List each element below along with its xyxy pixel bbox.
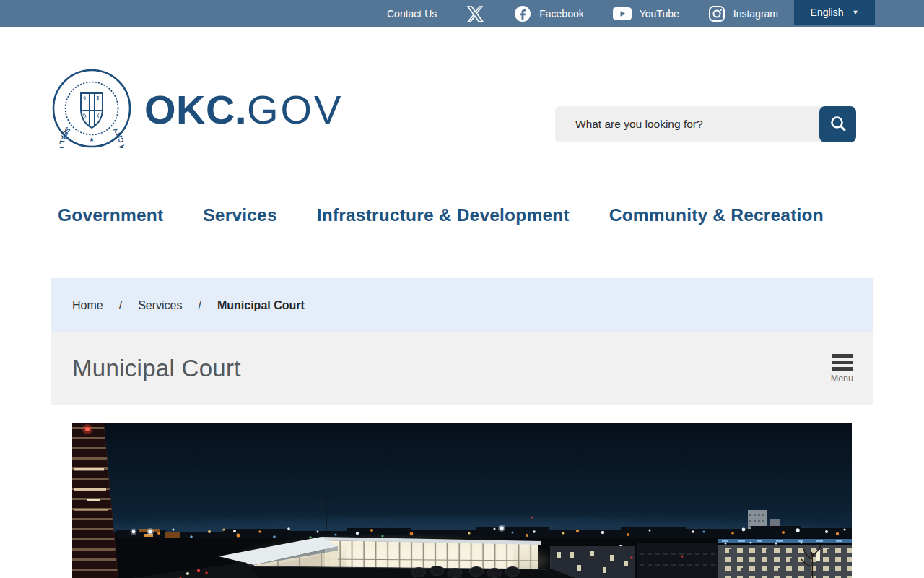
facebook-icon xyxy=(514,5,531,22)
breadcrumb: Home / Services / Municipal Court xyxy=(51,278,873,332)
hero-image xyxy=(72,423,852,578)
youtube-link[interactable]: YouTube xyxy=(613,0,679,27)
instagram-icon xyxy=(708,5,725,22)
chevron-down-icon: ▼ xyxy=(853,9,859,16)
site-wordmark: OKC.GOV xyxy=(144,90,343,130)
breadcrumb-separator: / xyxy=(119,299,122,312)
search-icon xyxy=(829,114,847,135)
menu-label: Menu xyxy=(831,374,853,384)
language-selected-label: English xyxy=(811,7,844,18)
section-menu-button[interactable]: Menu xyxy=(831,354,853,384)
site-logo[interactable]: SEAL OF THE CITY OF OKLAHOMA CITY ★ OKC.… xyxy=(52,69,343,151)
contact-us-link[interactable]: Contact Us xyxy=(387,0,437,27)
language-selector[interactable]: English ▼ xyxy=(794,0,875,25)
instagram-label: Instagram xyxy=(733,8,778,20)
breadcrumb-home[interactable]: Home xyxy=(72,299,103,312)
site-header: SEAL OF THE CITY OF OKLAHOMA CITY ★ OKC.… xyxy=(0,69,924,151)
hamburger-menu-icon xyxy=(832,354,853,371)
youtube-label: YouTube xyxy=(640,8,679,20)
x-icon xyxy=(466,4,485,24)
nav-item-infrastructure-development[interactable]: Infrastructure & Development xyxy=(317,205,570,225)
page-title-bar: Municipal Court Menu xyxy=(51,332,873,405)
breadcrumb-services[interactable]: Services xyxy=(138,299,182,312)
breadcrumb-current: Municipal Court xyxy=(217,299,305,312)
contact-us-label: Contact Us xyxy=(387,8,437,20)
top-utility-bar: Contact Us Facebook YouTube Instagram En… xyxy=(0,0,924,27)
seal-star: ★ xyxy=(89,136,95,143)
search-button[interactable] xyxy=(819,106,856,142)
facebook-label: Facebook xyxy=(539,8,583,20)
wordmark-gov: GOV xyxy=(247,87,343,132)
x-social-link[interactable] xyxy=(466,0,485,27)
youtube-icon xyxy=(613,5,632,22)
nav-item-community-recreation[interactable]: Community & Recreation xyxy=(609,205,824,225)
instagram-link[interactable]: Instagram xyxy=(708,0,778,27)
main-navigation: Government Services Infrastructure & Dev… xyxy=(0,205,924,225)
page-title: Municipal Court xyxy=(72,355,241,382)
search-input[interactable] xyxy=(555,106,855,142)
city-seal-logo: SEAL OF THE CITY OF OKLAHOMA CITY ★ xyxy=(52,69,131,151)
wordmark-okc: OKC. xyxy=(144,87,247,132)
breadcrumb-separator: / xyxy=(199,299,201,312)
site-search xyxy=(555,106,855,142)
nav-item-services[interactable]: Services xyxy=(203,205,276,225)
nav-item-government[interactable]: Government xyxy=(58,205,163,225)
facebook-link[interactable]: Facebook xyxy=(514,0,583,27)
